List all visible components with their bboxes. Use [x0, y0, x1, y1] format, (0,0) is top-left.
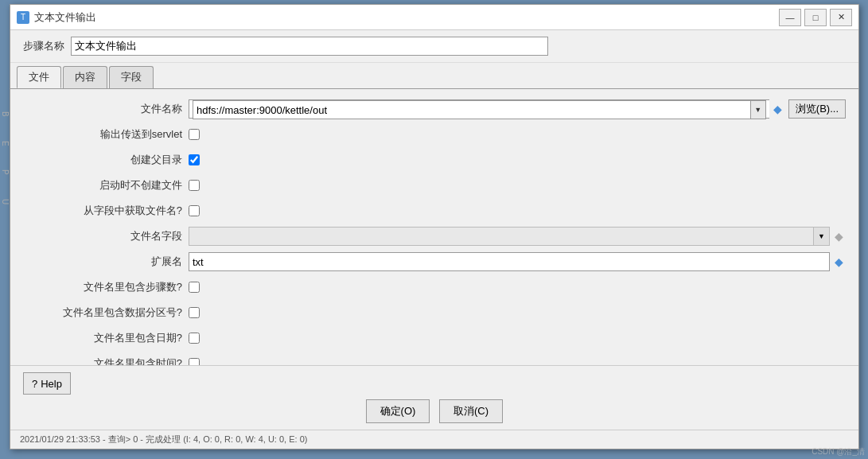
include-time-row: 文件名里包含时间?: [23, 353, 846, 365]
extension-input[interactable]: [189, 252, 830, 271]
include-stepnr-row: 文件名里包含步骤数?: [23, 277, 846, 298]
help-bar: ? Help: [23, 372, 846, 395]
tab-content[interactable]: 内容: [63, 66, 107, 88]
include-partnr-label: 文件名里包含数据分区号?: [23, 305, 182, 320]
window-controls: — □ ✕: [779, 9, 852, 26]
window-icon: T: [17, 11, 29, 24]
extension-diamond-icon[interactable]: ◆: [831, 252, 846, 271]
help-button[interactable]: ? Help: [23, 372, 71, 395]
help-icon: ?: [32, 378, 37, 390]
browse-button[interactable]: 浏览(B)...: [788, 99, 846, 119]
sidebar-letter-p: P: [1, 169, 10, 175]
no-create-row: 启动时不创建文件: [23, 175, 846, 196]
ok-button[interactable]: 确定(O): [366, 399, 430, 423]
tab-fields[interactable]: 字段: [109, 66, 154, 88]
extension-row: 扩展名 ◆: [23, 251, 846, 272]
left-sidebar: B E P U: [0, 111, 10, 204]
include-stepnr-checkbox[interactable]: [189, 282, 200, 293]
create-parent-row: 创建父目录: [23, 150, 846, 170]
sidebar-letter-e: E: [1, 141, 10, 146]
from-field-checkbox[interactable]: [189, 205, 200, 216]
filename-field-diamond-icon: ◆: [831, 227, 846, 246]
filename-dropdown-btn[interactable]: ▼: [750, 100, 766, 119]
filename-row: 文件名称 ▼ ◆ 浏览(B)...: [23, 99, 846, 119]
title-bar: T 文本文件输出 — □ ✕: [10, 5, 858, 30]
sidebar-letter-u: U: [1, 199, 10, 204]
status-text: 2021/01/29 21:33:53 - 查询> 0 - 完成处理 (I: 4…: [20, 434, 307, 444]
include-date-checkbox[interactable]: [189, 333, 200, 344]
include-date-label: 文件名里包含日期?: [23, 331, 182, 345]
main-content: 文件名称 ▼ ◆ 浏览(B)... 输出传送到servlet: [10, 89, 858, 365]
sidebar-letter-b: B: [1, 111, 10, 117]
filename-field-dropdown-btn: ▼: [814, 227, 830, 246]
include-partnr-checkbox[interactable]: [189, 307, 200, 318]
cancel-button[interactable]: 取消(C): [439, 399, 503, 423]
maximize-button[interactable]: □: [804, 9, 827, 26]
include-time-checkbox[interactable]: [189, 358, 200, 365]
filename-input[interactable]: [193, 100, 750, 119]
from-field-label: 从字段中获取文件名?: [23, 204, 182, 218]
no-create-checkbox[interactable]: [189, 180, 200, 191]
tabs-bar: 文件 内容 字段: [10, 63, 858, 89]
servlet-row: 输出传送到servlet: [23, 124, 846, 145]
from-field-row: 从字段中获取文件名?: [23, 200, 846, 221]
servlet-label: 输出传送到servlet: [23, 127, 182, 142]
create-parent-checkbox[interactable]: [189, 154, 200, 165]
status-bar: 2021/01/29 21:33:53 - 查询> 0 - 完成处理 (I: 4…: [10, 430, 858, 449]
filename-label: 文件名称: [23, 102, 182, 116]
filename-diamond-icon[interactable]: ◆: [771, 99, 785, 119]
extension-label: 扩展名: [23, 255, 182, 269]
minimize-button[interactable]: —: [779, 9, 801, 26]
include-partnr-row: 文件名里包含数据分区号?: [23, 302, 846, 323]
help-label: Help: [41, 378, 62, 390]
bottom-bar: ? Help 确定(O) 取消(C): [10, 365, 858, 430]
include-stepnr-label: 文件名里包含步骤数?: [23, 280, 182, 294]
window-title: 文本文件输出: [34, 10, 779, 25]
include-time-label: 文件名里包含时间?: [23, 356, 182, 365]
close-button[interactable]: ✕: [830, 9, 852, 26]
filename-field-input: [189, 227, 814, 246]
step-name-row: 步骤名称: [10, 30, 858, 63]
create-parent-label: 创建父目录: [23, 153, 182, 167]
no-create-label: 启动时不创建文件: [23, 178, 182, 193]
step-name-input[interactable]: [71, 37, 548, 56]
tab-file[interactable]: 文件: [17, 66, 61, 88]
step-name-label: 步骤名称: [23, 39, 64, 53]
filename-field-label: 文件名字段: [23, 229, 182, 243]
include-date-row: 文件名里包含日期?: [23, 328, 846, 348]
watermark: CSDN @沿_清: [812, 446, 865, 457]
servlet-checkbox[interactable]: [189, 129, 200, 140]
filename-field-row: 文件名字段 ▼ ◆: [23, 226, 846, 247]
bottom-actions: 确定(O) 取消(C): [23, 399, 846, 423]
